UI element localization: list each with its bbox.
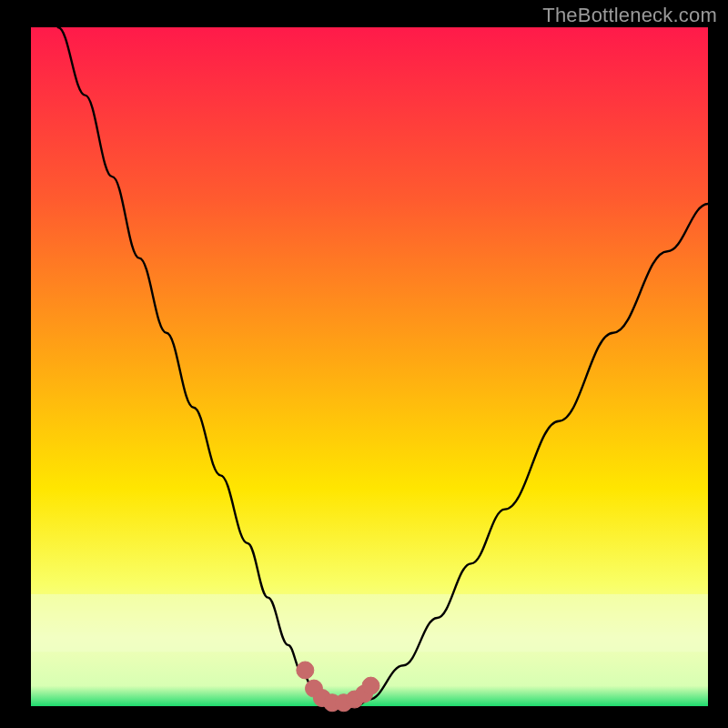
chart-svg [0, 0, 728, 728]
highlight-dot [362, 677, 379, 694]
watermark-text: TheBottleneck.com [542, 4, 717, 27]
chart-stage: TheBottleneck.com [0, 0, 728, 728]
highlight-dot [297, 662, 314, 679]
pale-band [31, 594, 708, 652]
